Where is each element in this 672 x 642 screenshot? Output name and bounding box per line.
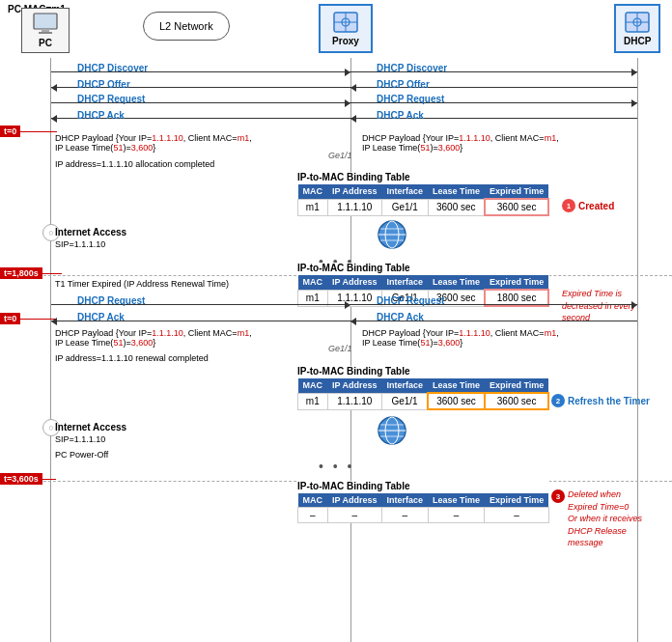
refresh-label: Refresh the Timer [568, 396, 650, 406]
tbl1-h-lease: Lease Time [428, 184, 485, 199]
port-ge11-2: Ge1/1 [328, 344, 352, 353]
payload-pc-2b: IP Lease Time(51)=3,600} [55, 338, 155, 348]
svg-rect-1 [42, 29, 49, 32]
payload-proxy-2: DHCP Payload {Your IP=1.1.1.10, Client M… [362, 328, 559, 338]
binding-table-1: IP-to-MAC Binding Table MAC IP Address I… [297, 172, 549, 216]
tbl3-h-mac: MAC [298, 378, 328, 393]
time-marker-1: t=0 [0, 126, 57, 137]
dhcp-label: DHCP [624, 36, 651, 46]
binding-table-3: IP-to-MAC Binding Table MAC IP Address I… [297, 366, 549, 410]
ip-renew: IP address=1.1.1.10 renewal completed [55, 353, 209, 363]
label-discover-2: DHCP Discover [377, 63, 447, 73]
tbl4-r1-exp: – [485, 508, 548, 523]
tbl3-r1-exp: 3600 sec [485, 393, 548, 409]
tbl1-r1-lease: 3600 sec [428, 199, 485, 215]
label-offer-1: DHCP Offer [77, 79, 130, 90]
label-ack1-1: DHCP Ack [77, 110, 125, 121]
pc-node: PC [21, 8, 70, 53]
tbl2-h-ip: IP Address [327, 275, 382, 290]
label-req1-2: DHCP Request [377, 94, 444, 104]
tbl4-r1-ip: – [327, 508, 382, 523]
proxy-node: Proxy [319, 4, 373, 53]
port-ge11-1: Ge1/1 [328, 151, 352, 160]
tbl1-h-ip: IP Address [327, 184, 382, 199]
created-label: Created [578, 201, 614, 211]
pc-icon [32, 13, 59, 36]
tbl2-h-iface: Interface [382, 275, 429, 290]
num-1: 1 [562, 199, 575, 212]
num-2: 2 [551, 394, 565, 407]
refresh-annotation: 2 Refresh the Timer [551, 394, 650, 407]
tbl1-h-exp: Expired Time [485, 184, 548, 199]
tbl3-h-iface: Interface [382, 378, 429, 393]
tbl3-r1-mac: m1 [298, 393, 328, 409]
tbl3-r1-lease: 3600 sec [428, 393, 485, 409]
label-ack1-2: DHCP Ack [377, 110, 424, 121]
tbl1-table: MAC IP Address Interface Lease Time Expi… [297, 184, 549, 216]
ellipsis-2: • • • [319, 459, 354, 474]
time-label-3600: t=3,600s [0, 473, 42, 485]
network-node: L2 Network [143, 12, 230, 41]
tbl4-title: IP-to-MAC Binding Table [297, 481, 549, 491]
globe-2 [377, 415, 407, 446]
sip-2: SIP=1.1.1.10 [55, 434, 105, 444]
ip-alloc: IP address=1.1.1.10 allocation completed [55, 159, 214, 169]
time-label-1: t=0 [0, 126, 20, 137]
tbl4-r1-lease: – [428, 508, 485, 523]
num-3: 3 [551, 489, 565, 503]
deleted-annotation: 3 Deleted whenExpired Time=0Or when it r… [551, 488, 642, 549]
label-discover-1: DHCP Discover [77, 63, 148, 73]
sip-1: SIP=1.1.1.10 [55, 239, 105, 249]
tbl3-title: IP-to-MAC Binding Table [297, 366, 549, 377]
pc-vline [50, 58, 51, 642]
tbl4-table: MAC IP Address Interface Lease Time Expi… [297, 493, 549, 523]
time-marker-1800: t=1,800s [0, 267, 62, 279]
tbl1-r1-exp: 3600 sec [485, 199, 548, 215]
tbl3-h-ip: IP Address [327, 378, 382, 393]
tbl4-h-iface: Interface [382, 493, 429, 508]
pc-label: PC [32, 38, 59, 48]
time-label-2: t=0 [0, 313, 20, 324]
tbl2-h-mac: MAC [298, 275, 328, 290]
created-annotation: 1 Created [562, 199, 614, 212]
tbl1-title: IP-to-MAC Binding Table [297, 172, 549, 182]
tbl1-r1-ip: 1.1.1.10 [327, 199, 382, 215]
tbl1-h-iface: Interface [382, 184, 429, 199]
svg-rect-2 [39, 32, 52, 34]
tbl1-h-mac: MAC [298, 184, 328, 199]
time-marker-2: t=0 [0, 313, 57, 324]
internet-access-2: Internet Access [55, 422, 126, 433]
tbl4-h-mac: MAC [298, 493, 328, 508]
payload-pc-1b: IP Lease Time(51)=3,600} [55, 143, 155, 153]
t1-timer-label: T1 Timer Expired (IP Address Renewal Tim… [55, 279, 229, 289]
payload-proxy-1: DHCP Payload {Your IP=1.1.1.10, Client M… [362, 133, 559, 143]
tbl1-r1-mac: m1 [298, 199, 328, 215]
label-req1-1: DHCP Request [77, 94, 145, 104]
tbl3-h-lease: Lease Time [428, 378, 485, 393]
proxy-icon [332, 11, 359, 34]
pc-poweroff: PC Power-Off [55, 450, 108, 460]
tbl2-h-lease: Lease Time [428, 275, 485, 290]
tbl3-table: MAC IP Address Interface Lease Time Expi… [297, 378, 549, 410]
network-label: L2 Network [143, 12, 230, 41]
tbl4-r1-iface: – [382, 508, 429, 523]
payload-pc-2: DHCP Payload {Your IP=1.1.1.10, Client M… [55, 328, 252, 338]
internet-access-1: Internet Access [55, 227, 126, 237]
payload-pc-1: DHCP Payload {Your IP=1.1.1.10, Client M… [55, 133, 252, 143]
tbl4-h-lease: Lease Time [428, 493, 485, 508]
tbl2-h-exp: Expired Time [485, 275, 548, 290]
svg-rect-0 [34, 14, 57, 29]
deleted-label: Deleted whenExpired Time=0Or when it rec… [568, 488, 642, 549]
tbl4-r1-mac: – [298, 508, 328, 523]
proxy-label: Proxy [332, 36, 359, 46]
label-req2-1: DHCP Request [77, 295, 145, 306]
time-marker-3600: t=3,600s [0, 473, 56, 485]
tbl3-r1-ip: 1.1.1.10 [327, 393, 382, 409]
tbl3-h-exp: Expired Time [485, 378, 548, 393]
diagram: PC MAC=m1 PC L2 Network Proxy [0, 0, 672, 642]
label-ack2-1: DHCP Ack [77, 312, 125, 322]
tbl4-h-ip: IP Address [327, 493, 382, 508]
tbl3-r1-iface: Ge1/1 [382, 393, 429, 409]
expired-note: Expired Time isdecreased in everysecond [562, 288, 635, 324]
globe-1 [377, 219, 407, 250]
